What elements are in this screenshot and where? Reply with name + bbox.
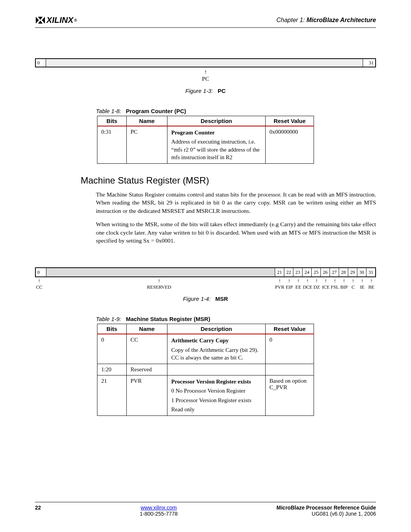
page-footer: 22 www.xilinx.com 1-800-255-7778 MicroBl… bbox=[35, 502, 376, 517]
arrow-up: ↑ bbox=[35, 278, 43, 284]
footer-url-link[interactable]: www.xilinx.com bbox=[141, 505, 177, 511]
td-desc: Program Counter Address of executing ins… bbox=[167, 126, 266, 164]
msr-label-reserved: RESERVED bbox=[43, 284, 275, 290]
desc-text: Read only bbox=[171, 406, 261, 413]
arrow-up: ↑ bbox=[367, 278, 376, 284]
bit-high: 31 bbox=[363, 59, 375, 67]
msr-field-label: ICE bbox=[321, 284, 330, 290]
msr-bit-cell: 30 bbox=[357, 268, 366, 276]
td-desc bbox=[167, 364, 266, 375]
pc-bit-row: 0 31 bbox=[35, 58, 376, 67]
chapter-label: Chapter 1: bbox=[276, 17, 305, 23]
desc-text: 1 Processor Version Register exists bbox=[171, 396, 261, 404]
registered-mark: ® bbox=[74, 18, 77, 22]
msr-field-label: EIP bbox=[285, 284, 294, 290]
td-bits: 0 bbox=[97, 334, 127, 364]
msr-bit-cell: 28 bbox=[339, 268, 348, 276]
msr-field-label: PVR bbox=[275, 284, 285, 290]
td-name: Reserved bbox=[127, 364, 167, 375]
msr-bit-0: 0 bbox=[36, 268, 46, 276]
arrow-up: ↑ bbox=[312, 278, 321, 284]
msr-bit-cell: 26 bbox=[320, 268, 330, 276]
pc-field-label: PC bbox=[35, 76, 376, 82]
table-msr: Bits Name Description Reset Value 0 CC A… bbox=[97, 324, 314, 416]
logo-icon bbox=[35, 16, 46, 24]
table-1-9-caption: Table 1-9: Machine Status Register (MSR) bbox=[96, 316, 376, 322]
th-desc: Description bbox=[167, 324, 266, 334]
msr-reserved-field bbox=[46, 268, 275, 276]
tbl-prefix: Table 1-9: bbox=[96, 316, 121, 322]
fig-prefix: Figure 1-3: bbox=[185, 88, 213, 94]
table-row: 21 PVR Processor Version Register exists… bbox=[97, 375, 314, 416]
msr-bit-cell: 25 bbox=[311, 268, 320, 276]
arrow-up: ↑ bbox=[43, 278, 275, 284]
page-header: XILINX® Chapter 1: MicroBlaze Architectu… bbox=[35, 15, 376, 28]
msr-bit-diagram: 0 21 22 23 24 25 26 27 28 29 30 31 ↑ ↑ ↑… bbox=[35, 267, 376, 290]
section-title-msr: Machine Status Register (MSR) bbox=[81, 175, 376, 186]
td-reset: 0 bbox=[266, 334, 314, 364]
msr-arrow-row: ↑ ↑ ↑ ↑ ↑ ↑ ↑ ↑ ↑ ↑ ↑ ↑ ↑ bbox=[35, 278, 376, 284]
th-bits: Bits bbox=[97, 116, 127, 126]
desc-text: Address of executing instruction, i.e. “… bbox=[171, 138, 261, 161]
desc-bold: Program Counter bbox=[171, 129, 261, 136]
chapter-name: MicroBlaze Architecture bbox=[306, 17, 376, 23]
table-row: 0:31 PC Program Counter Address of execu… bbox=[97, 126, 314, 164]
desc-text: 0 No Processor Version Register bbox=[171, 387, 261, 395]
fig-name: PC bbox=[218, 88, 226, 94]
arrow-up: ↑ bbox=[330, 278, 339, 284]
pc-arrow: ↑ bbox=[35, 69, 376, 75]
th-reset: Reset Value bbox=[266, 324, 314, 334]
td-desc: Processor Version Register exists 0 No P… bbox=[167, 375, 266, 416]
arrow-up: ↑ bbox=[294, 278, 303, 284]
msr-bit-cell: 21 bbox=[275, 268, 284, 276]
table-header-row: Bits Name Description Reset Value bbox=[97, 116, 314, 126]
td-name: PVR bbox=[127, 375, 167, 416]
fig-prefix: Figure 1-4: bbox=[183, 296, 211, 302]
desc-text: Copy of the Arithmetic Carry (bit 29). C… bbox=[171, 346, 261, 362]
arrow-up: ↑ bbox=[349, 278, 358, 284]
pc-field bbox=[46, 59, 363, 67]
arrow-up: ↑ bbox=[321, 278, 330, 284]
td-bits: 21 bbox=[97, 375, 127, 416]
msr-field-label: BIP bbox=[339, 284, 349, 290]
td-reset: Based on option C_PVR bbox=[266, 375, 314, 416]
table-row: 0 CC Arithmetic Carry Copy Copy of the A… bbox=[97, 334, 314, 364]
fig-name: MSR bbox=[215, 296, 228, 302]
th-name: Name bbox=[127, 324, 167, 334]
td-name: CC bbox=[127, 334, 167, 364]
msr-bit-cell: 31 bbox=[366, 268, 375, 276]
th-desc: Description bbox=[167, 116, 266, 126]
msr-field-label: BE bbox=[367, 284, 376, 290]
footer-phone: 1-800-255-7778 bbox=[140, 511, 178, 517]
msr-para-2: When writing to the MSR, some of the bit… bbox=[96, 220, 376, 244]
td-name: PC bbox=[127, 126, 167, 164]
footer-title: MicroBlaze Processor Reference Guide bbox=[277, 505, 376, 511]
page-number: 22 bbox=[35, 505, 41, 511]
th-name: Name bbox=[127, 116, 167, 126]
td-reset bbox=[266, 364, 314, 375]
msr-field-label: C bbox=[349, 284, 358, 290]
table-1-8-caption: Table 1-8: Program Counter (PC) bbox=[96, 108, 376, 114]
arrow-up: ↑ bbox=[275, 278, 285, 284]
msr-field-label: EE bbox=[294, 284, 303, 290]
table-row: 1:20 Reserved bbox=[97, 364, 314, 375]
bit-low: 0 bbox=[36, 59, 46, 67]
tbl-prefix: Table 1-8: bbox=[96, 108, 121, 114]
msr-bit-cell: 27 bbox=[330, 268, 339, 276]
msr-bit-cell: 23 bbox=[293, 268, 302, 276]
msr-bit-row: 0 21 22 23 24 25 26 27 28 29 30 31 bbox=[35, 267, 376, 277]
arrow-up: ↑ bbox=[339, 278, 349, 284]
tbl-name: Program Counter (PC) bbox=[126, 108, 186, 114]
td-reset: 0x00000000 bbox=[266, 126, 314, 164]
arrow-up: ↑ bbox=[303, 278, 312, 284]
desc-bold: Arithmetic Carry Copy bbox=[171, 337, 261, 344]
pc-bit-diagram: 0 31 ↑ PC bbox=[35, 58, 376, 82]
figure-1-4-caption: Figure 1-4: MSR bbox=[35, 296, 376, 302]
msr-bit-cell: 24 bbox=[302, 268, 311, 276]
msr-label-cc: CC bbox=[35, 284, 43, 290]
footer-left: 22 bbox=[35, 505, 41, 517]
figure-1-3-caption: Figure 1-3: PC bbox=[35, 88, 376, 94]
footer-right: MicroBlaze Processor Reference Guide UG0… bbox=[277, 505, 376, 517]
msr-bit-cell: 22 bbox=[284, 268, 293, 276]
table-header-row: Bits Name Description Reset Value bbox=[97, 324, 314, 334]
